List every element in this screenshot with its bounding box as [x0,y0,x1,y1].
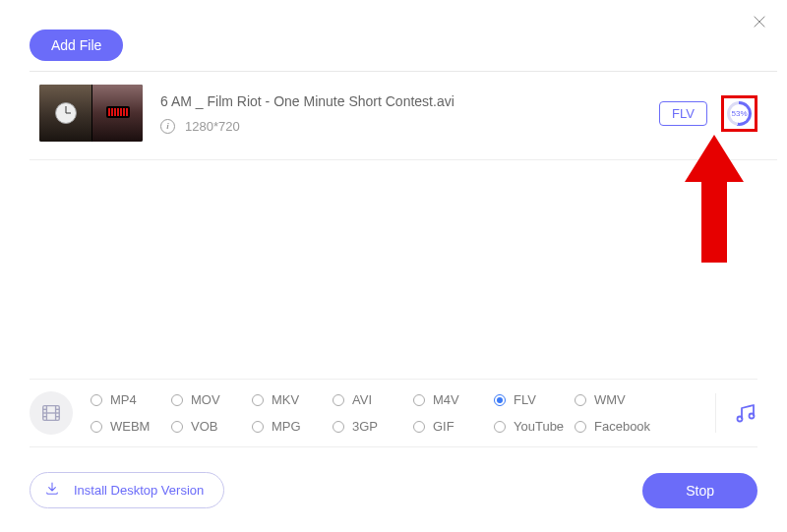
format-option-facebook[interactable]: Facebook [575,419,655,434]
arrow-annotation [685,135,744,263]
format-option-gif[interactable]: GIF [413,419,494,434]
install-desktop-button[interactable]: Install Desktop Version [30,472,224,508]
stop-button[interactable]: Stop [642,473,757,508]
format-option-mp4[interactable]: MP4 [91,392,171,407]
info-icon[interactable]: i [160,119,175,134]
format-badge[interactable]: FLV [659,101,707,126]
radio-icon [575,394,586,406]
radio-icon [91,421,102,433]
radio-icon [252,421,264,433]
format-panel: MP4MOVMKVAVIM4VFLVWMVWEBMVOBMPG3GPGIFYou… [30,379,757,447]
radio-icon [333,394,344,406]
format-label: M4V [433,392,459,407]
close-icon [752,14,767,30]
file-resolution: 1280*720 [185,119,240,134]
format-label: MPG [272,419,301,434]
download-icon [44,481,60,500]
video-thumbnail[interactable] [39,85,143,142]
radio-icon [494,394,506,406]
format-option-3gp[interactable]: 3GP [333,419,413,434]
svg-point-9 [738,417,743,422]
file-row: 6 AM _ Film Riot - One Minute Short Cont… [39,83,757,144]
radio-icon [413,421,425,433]
format-label: MKV [272,392,299,407]
format-label: 3GP [352,419,378,434]
progress-text: 53% [731,109,747,118]
format-option-mkv[interactable]: MKV [252,392,333,407]
radio-icon [171,394,183,406]
radio-icon [575,421,586,433]
format-option-vob[interactable]: VOB [171,419,252,434]
file-title: 6 AM _ Film Riot - One Minute Short Cont… [160,93,659,109]
format-label: Facebook [594,419,650,434]
svg-point-10 [750,414,755,419]
format-option-wmv[interactable]: WMV [575,392,655,407]
format-label: MP4 [110,392,137,407]
install-label: Install Desktop Version [74,483,204,498]
video-tab-icon[interactable] [30,391,73,435]
radio-icon [252,394,264,406]
file-info: 6 AM _ Film Riot - One Minute Short Cont… [160,93,659,134]
footer: Install Desktop Version Stop [30,472,757,508]
divider [715,393,716,433]
format-label: MOV [191,392,220,407]
format-option-mpg[interactable]: MPG [252,419,333,434]
format-label: FLV [514,392,536,407]
format-label: WEBM [110,419,150,434]
format-label: GIF [433,419,454,434]
format-option-youtube[interactable]: YouTube [494,419,575,434]
format-label: WMV [594,392,626,407]
format-label: AVI [352,392,372,407]
format-option-avi[interactable]: AVI [333,392,413,407]
film-icon [40,402,62,424]
divider [30,71,777,72]
divider [30,159,777,160]
format-option-webm[interactable]: WEBM [91,419,171,434]
radio-icon [413,394,425,406]
radio-icon [171,421,183,433]
progress-indicator[interactable]: 53% [727,101,752,126]
format-grid: MP4MOVMKVAVIM4VFLVWMVWEBMVOBMPG3GPGIFYou… [91,392,707,434]
format-label: VOB [191,419,217,434]
add-file-button[interactable]: Add File [30,30,123,61]
radio-icon [494,421,506,433]
format-option-mov[interactable]: MOV [171,392,252,407]
format-option-flv[interactable]: FLV [494,392,575,407]
radio-icon [91,394,102,406]
format-label: YouTube [514,419,564,434]
svg-marker-0 [685,135,744,263]
audio-tab-button[interactable] [734,401,757,425]
radio-icon [333,421,344,433]
music-icon [734,401,757,425]
close-button[interactable] [750,12,769,31]
progress-highlight: 53% [721,95,757,132]
format-option-m4v[interactable]: M4V [413,392,494,407]
